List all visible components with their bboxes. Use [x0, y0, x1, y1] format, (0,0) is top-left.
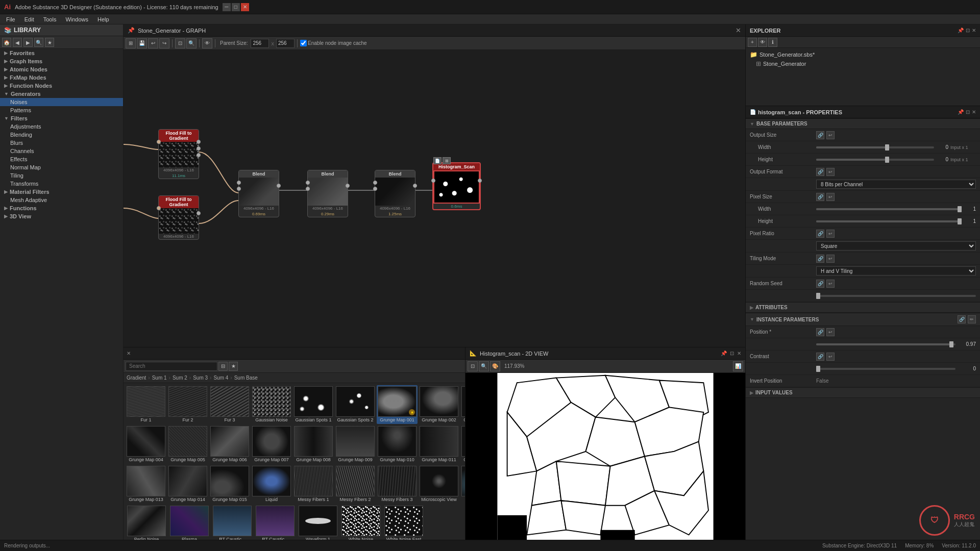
sidebar-item-favorites[interactable]: ▶ Favorites — [0, 49, 123, 57]
view2d-close-button[interactable]: ✕ — [737, 350, 741, 356]
exp-item-graph[interactable]: ⊞ Stone_Generator — [748, 59, 978, 68]
list-item[interactable]: Grunge Map 010 — [377, 425, 418, 464]
contrast-slider[interactable] — [816, 368, 955, 370]
lib-filter-button[interactable]: ⊟ — [218, 362, 228, 371]
tiling-mode-reset-btn[interactable]: ↩ — [826, 255, 835, 263]
sidebar-item-3dview[interactable]: ▶ 3D View — [0, 212, 123, 220]
gt-redo-button[interactable]: ↪ — [159, 38, 169, 48]
exp-info-button[interactable]: ℹ — [768, 38, 777, 47]
sidebar-item-atomic-nodes[interactable]: ▶ Atomic Nodes — [0, 65, 123, 73]
list-item[interactable]: Grunge Map 004 — [126, 425, 166, 464]
output-size-reset-btn[interactable]: ↩ — [826, 131, 835, 139]
lib-star-button[interactable]: ★ — [45, 38, 54, 47]
list-item[interactable]: Moisture Noise — [460, 465, 465, 504]
pixel-ratio-link-btn[interactable]: 🔗 — [816, 230, 824, 238]
list-item[interactable]: Fur 2 — [167, 385, 208, 424]
section-instance-params[interactable]: ▼ INSTANCE PARAMETERS 🔗 ✏ — [746, 313, 980, 326]
prop-float-button[interactable]: ⊡ — [966, 109, 970, 115]
gt-view-button[interactable]: 👁 — [202, 38, 212, 48]
list-item[interactable]: Grunge Map 006 — [209, 425, 250, 464]
list-item[interactable]: Grunge Map 011 — [419, 425, 459, 464]
menu-help[interactable]: Help — [93, 16, 113, 23]
breadcrumb-sum2[interactable]: Sum 2 — [173, 375, 187, 381]
random-seed-reset-btn[interactable]: ↩ — [826, 280, 835, 288]
exp-view-button[interactable]: 👁 — [758, 38, 767, 47]
gt-save-button[interactable]: 💾 — [137, 38, 147, 48]
prop-close-button[interactable]: ✕ — [972, 109, 976, 115]
list-item[interactable]: Microscopic View — [419, 465, 459, 504]
sidebar-item-filters[interactable]: ▼ Filters — [0, 114, 123, 122]
node-blend-2[interactable]: Blend 4096x4096 - L16 0.29ms — [307, 170, 348, 217]
list-item[interactable]: Gaussian Spots 2 — [335, 385, 376, 424]
sidebar-item-fxmap[interactable]: ▶ FxMap Nodes — [0, 73, 123, 82]
menu-windows[interactable]: Windows — [61, 16, 92, 23]
position-reset-btn[interactable]: ↩ — [826, 328, 835, 336]
tiling-mode-dropdown[interactable]: H and V Tiling — [816, 266, 976, 276]
exp-new-button[interactable]: + — [748, 38, 757, 47]
list-item[interactable]: Grunge Map 008 — [293, 425, 334, 464]
menu-edit[interactable]: Edit — [20, 16, 38, 23]
lib-search-input[interactable] — [126, 362, 217, 371]
sidebar-item-adjustments[interactable]: Adjustments — [0, 122, 123, 131]
sidebar-item-transforms[interactable]: Transforms — [0, 180, 123, 188]
exp-item-file[interactable]: 📁 Stone_Generator.sbs* — [748, 50, 978, 59]
lib-search-button[interactable]: 🔍 — [34, 38, 43, 47]
list-item[interactable]: RT Caustic... — [211, 505, 253, 543]
contrast-reset-btn[interactable]: ↩ — [826, 353, 835, 361]
sidebar-item-blurs[interactable]: Blurs — [0, 139, 123, 147]
view2d-chart-btn[interactable]: 📊 — [733, 361, 743, 371]
list-item[interactable]: Gaussian Noise — [251, 385, 292, 424]
sidebar-item-blending[interactable]: Blending — [0, 131, 123, 139]
position-slider[interactable] — [816, 343, 955, 345]
enable-cache-checkbox[interactable] — [300, 40, 307, 46]
list-item[interactable]: Grunge Map 009 — [335, 425, 376, 464]
rs-slider[interactable] — [816, 295, 976, 297]
sidebar-item-noises[interactable]: Noises — [0, 98, 123, 106]
minimize-button[interactable]: ─ — [223, 3, 231, 11]
node-histogram-scan[interactable]: 📄 ⊞ Histogram_Scan 0.6ms — [432, 162, 481, 210]
gt-search-button[interactable]: 🔍 — [186, 38, 197, 48]
lib-close-btn[interactable]: ✕ — [127, 350, 131, 356]
view2d-channel-btn[interactable]: 🎨 — [490, 361, 500, 371]
list-item[interactable]: Grunge Map 013 — [126, 465, 166, 504]
list-item[interactable]: Grunge Map 015 — [209, 465, 250, 504]
sidebar-item-generators[interactable]: ▼ Generators — [0, 90, 123, 98]
list-item[interactable]: RT Caustic... — [254, 505, 296, 543]
breadcrumb-gradient[interactable]: Gradient — [127, 375, 146, 381]
pixel-size-reset-btn[interactable]: ↩ — [826, 193, 835, 201]
output-format-link-btn[interactable]: 🔗 — [816, 168, 824, 176]
view2d-float-button[interactable]: ⊡ — [730, 350, 734, 356]
tiling-mode-link-btn[interactable]: 🔗 — [816, 255, 824, 263]
gt-zoom-fit[interactable]: ⊡ — [175, 38, 185, 48]
prop-pin-button[interactable]: 📌 — [958, 109, 964, 115]
sidebar-item-material-filters[interactable]: ▶ Material Filters — [0, 188, 123, 196]
gt-new-button[interactable]: ⊞ — [126, 38, 136, 48]
breadcrumb-sum1[interactable]: Sum 1 — [152, 375, 167, 381]
view2d-pin-button[interactable]: 📌 — [721, 350, 727, 356]
sidebar-item-function-nodes[interactable]: ▶ Function Nodes — [0, 82, 123, 90]
list-item[interactable]: Plasma — [168, 505, 210, 543]
parent-size-height[interactable] — [276, 39, 295, 48]
breadcrumb-sumbase[interactable]: Sum Base — [234, 375, 258, 381]
list-item[interactable]: Messy Fibers 2 — [335, 465, 376, 504]
contrast-link-btn[interactable]: 🔗 — [816, 353, 824, 361]
sidebar-item-patterns[interactable]: Patterns — [0, 106, 123, 114]
pixel-ratio-dropdown[interactable]: Square — [816, 241, 976, 251]
list-item[interactable]: Grunge Map 014 — [167, 465, 208, 504]
pixel-ratio-reset-btn[interactable]: ↩ — [826, 230, 835, 238]
list-item[interactable]: ★ Grunge Map 001 — [377, 385, 418, 424]
sidebar-item-normal-map[interactable]: Normal Map — [0, 163, 123, 171]
lib-home-button[interactable]: 🏠 — [2, 38, 11, 47]
output-size-link-btn[interactable]: 🔗 — [816, 131, 824, 139]
sidebar-item-mesh-adaptive[interactable]: Mesh Adaptive — [0, 196, 123, 204]
menu-tools[interactable]: Tools — [39, 16, 61, 23]
breadcrumb-sum3[interactable]: Sum 3 — [193, 375, 208, 381]
section-input-values[interactable]: ▶ INPUT VALUES — [746, 387, 980, 398]
section-attributes[interactable]: ▶ ATTRIBUTES — [746, 302, 980, 313]
list-item[interactable]: Grunge Map 007 — [251, 425, 292, 464]
sidebar-item-effects[interactable]: Effects — [0, 155, 123, 163]
list-item[interactable]: Grunge Map 003 — [460, 385, 465, 424]
height-slider[interactable] — [816, 159, 934, 161]
explorer-pin-button[interactable]: 📌 — [958, 28, 964, 33]
list-item[interactable]: Grunge Map 002 — [419, 385, 459, 424]
